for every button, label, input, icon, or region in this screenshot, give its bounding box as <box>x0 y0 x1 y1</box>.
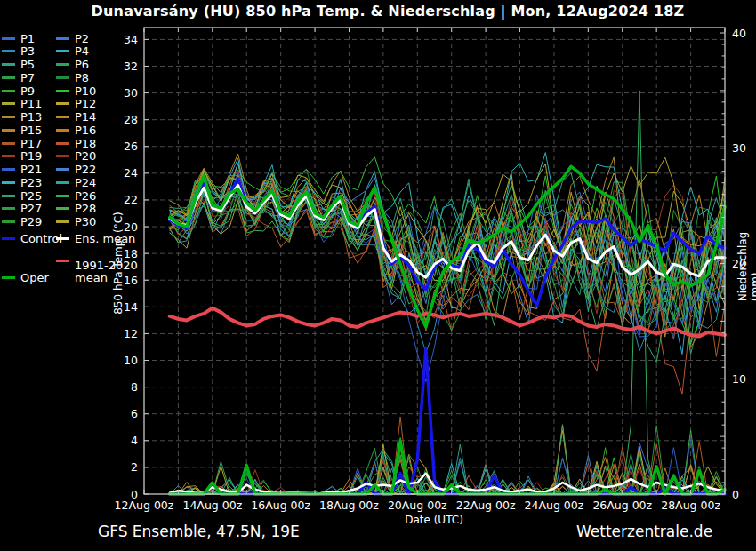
legend-label: P10 <box>75 84 96 98</box>
legend-swatch <box>56 102 69 105</box>
legend-item-oper: Oper <box>2 271 49 284</box>
precip-axis-label: Niederschlag (mm) <box>736 232 756 301</box>
legend-swatch <box>56 207 69 210</box>
legend-swatch <box>56 168 69 171</box>
legend-label: P18 <box>75 137 96 150</box>
legend-item-p6: P6 <box>56 58 89 71</box>
precip-tick-label: 30 <box>732 141 746 155</box>
x-tick-label: 20Aug 00z <box>388 499 447 512</box>
legend-swatch <box>2 195 15 197</box>
legend-swatch <box>56 63 69 66</box>
brand-caption: Wetterzentrale.de <box>576 523 712 540</box>
legend-swatch <box>56 76 69 79</box>
legend-item-p13: P13 <box>2 110 42 124</box>
legend-swatch <box>2 102 15 105</box>
legend-swatch <box>56 129 69 132</box>
x-tick-label: 24Aug 00z <box>525 499 584 512</box>
legend-item-p15: P15 <box>2 124 42 137</box>
temp-tick-label: 2 <box>131 460 138 474</box>
legend-label: P5 <box>20 58 35 71</box>
legend-item-climate-mean: 1991-2020mean <box>56 260 138 284</box>
precip-tick-label: 0 <box>732 488 739 501</box>
legend-swatch <box>2 237 15 240</box>
legend-label: P16 <box>75 124 96 137</box>
x-tick-label: 16Aug 00z <box>251 499 310 512</box>
legend-label: P25 <box>20 189 42 203</box>
legend-label: P20 <box>75 149 96 163</box>
temp-axis-label: 850 hPa Temp. (°C) <box>112 212 125 315</box>
legend-swatch <box>56 260 69 262</box>
date-axis-label: Date (UTC) <box>405 514 463 526</box>
legend-label: P22 <box>75 163 96 176</box>
x-tick-label: 18Aug 00z <box>319 499 379 512</box>
legend-swatch <box>56 237 69 240</box>
precip-tick-label: 10 <box>732 372 746 386</box>
legend-item-p20: P20 <box>56 149 96 163</box>
legend-swatch <box>2 155 15 157</box>
legend-label: P15 <box>20 124 42 137</box>
legend-label: 1991-2020mean <box>75 260 138 284</box>
legend-swatch <box>2 207 15 210</box>
x-tick-label: 12Aug 00z <box>115 499 174 512</box>
temp-tick-label: 0 <box>131 488 138 501</box>
legend-label: P6 <box>75 58 89 71</box>
legend-label: P14 <box>75 110 96 124</box>
legend-swatch <box>2 220 15 223</box>
temp-tick-label: 6 <box>131 407 138 420</box>
x-tick-label: 26Aug 00z <box>592 499 652 512</box>
x-tick-label: 14Aug 00z <box>182 499 242 512</box>
legend-label: P29 <box>20 215 42 228</box>
legend-label: P21 <box>20 163 42 176</box>
legend-item-p10: P10 <box>56 84 96 98</box>
x-tick-label: 28Aug 00z <box>661 499 720 512</box>
legend-swatch <box>56 37 69 40</box>
legend-item-p9: P9 <box>2 84 35 98</box>
legend-swatch <box>56 181 69 184</box>
legend-label: P4 <box>75 44 89 58</box>
temp-tick-label: 8 <box>131 380 138 394</box>
legend-label: Oper <box>20 271 49 284</box>
legend-swatch <box>2 90 15 92</box>
legend-label: Ens. mean <box>75 232 135 245</box>
member-P3-temp-line <box>170 201 725 353</box>
legend-item-p11: P11 <box>2 97 42 110</box>
legend-swatch <box>2 276 15 279</box>
legend-swatch <box>2 181 15 184</box>
legend-item-p23: P23 <box>2 176 42 189</box>
legend-label: P17 <box>20 137 42 150</box>
temp-tick-label: 4 <box>131 434 138 447</box>
legend-swatch <box>2 142 15 145</box>
legend-label: P8 <box>75 71 89 84</box>
legend-item-p8: P8 <box>56 71 89 84</box>
temp-tick-label: 10 <box>124 354 138 367</box>
legend-label: P28 <box>75 202 96 215</box>
main-series <box>170 166 725 494</box>
legend-swatch <box>2 116 15 118</box>
legend-label: P23 <box>20 176 42 189</box>
legend-label: P12 <box>75 97 96 110</box>
legend-item-p27: P27 <box>2 202 42 215</box>
legend-item-p26: P26 <box>56 189 96 203</box>
legend-item-p22: P22 <box>56 163 96 176</box>
legend-label: P24 <box>75 176 96 189</box>
legend-label: P26 <box>75 189 96 203</box>
legend-swatch <box>2 168 15 171</box>
legend-swatch <box>56 195 69 197</box>
legend-swatch <box>2 129 15 132</box>
legend-swatch <box>2 63 15 66</box>
legend-swatch <box>56 155 69 157</box>
legend-swatch <box>2 50 15 52</box>
legend-label: P1 <box>20 32 35 45</box>
legend-swatch <box>2 37 15 40</box>
legend-item-p30: P30 <box>56 215 96 228</box>
legend-item-p1: P1 <box>2 32 35 45</box>
temp-tick-label: 12 <box>124 327 138 340</box>
legend-item-p18: P18 <box>56 137 96 150</box>
legend-label: P7 <box>20 71 35 84</box>
legend-swatch <box>56 50 69 52</box>
precip-tick-label: 40 <box>732 27 746 40</box>
legend-item-p21: P21 <box>2 163 42 176</box>
legend-item-p5: P5 <box>2 58 35 71</box>
legend-item-p25: P25 <box>2 189 42 203</box>
legend-item-p16: P16 <box>56 124 96 137</box>
